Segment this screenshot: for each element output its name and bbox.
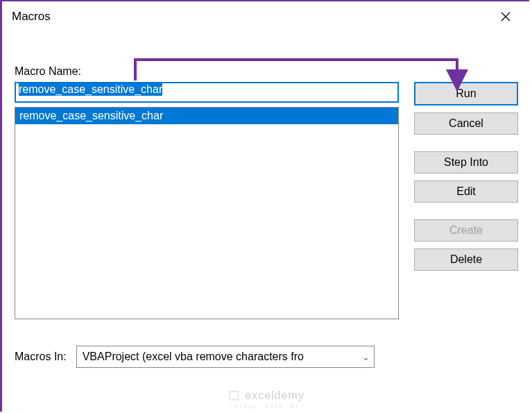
close-button[interactable] [492,3,520,31]
titlebar: Macros [2,1,531,32]
close-icon [501,12,510,22]
watermark: exceldemy [228,389,304,402]
watermark-sub: EXCEL · DATA · BI [234,404,298,409]
macros-in-dropdown[interactable]: VBAProject (excel vba remove characters … [76,346,375,368]
macros-in-label: Macros In: [15,351,67,363]
watermark-text: exceldemy [245,389,304,402]
macro-name-value: remove_case_sensitive_char [19,83,162,96]
macro-list-item[interactable]: remove_case_sensitive_char [15,108,398,124]
delete-button[interactable]: Delete [414,248,518,271]
dialog-content: Macro Name: remove_case_sensitive_char r… [2,32,531,368]
edit-button[interactable]: Edit [414,180,518,203]
dropdown-selected: VBAProject (excel vba remove characters … [83,351,304,363]
create-button: Create [414,219,518,242]
chevron-down-icon: ⌄ [362,352,370,362]
macros-dialog: Macros Macro Name: remove_case_sensitive… [2,1,531,412]
cancel-button[interactable]: Cancel [414,112,518,135]
svg-rect-2 [230,391,238,400]
dialog-title: Macros [12,10,51,24]
watermark-icon [228,390,239,401]
run-button[interactable]: Run [414,82,518,106]
step-into-button[interactable]: Step Into [414,151,518,174]
macro-name-label: Macro Name: [15,65,518,78]
macro-list[interactable]: remove_case_sensitive_char [15,107,399,319]
macro-name-input[interactable]: remove_case_sensitive_char [15,82,399,103]
